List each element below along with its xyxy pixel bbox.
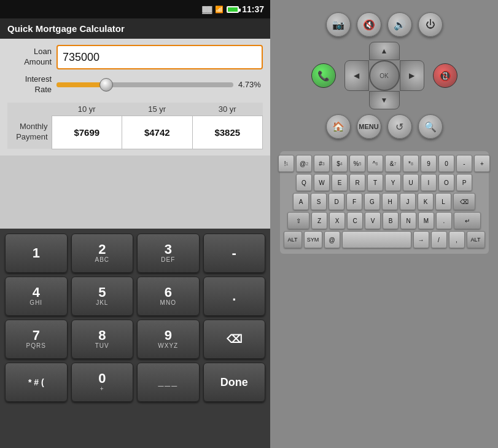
- kb-key-8[interactable]: *8: [403, 155, 419, 172]
- kb-key-b[interactable]: B: [383, 212, 399, 229]
- dpad-up-button[interactable]: ▲: [369, 42, 400, 60]
- column-header-15yr: 15 yr: [122, 103, 193, 116]
- kb-key-slash[interactable]: /: [431, 231, 447, 248]
- kb-key-q[interactable]: Q: [296, 174, 312, 191]
- power-button[interactable]: ⏻: [418, 12, 443, 37]
- kb-key-f[interactable]: F: [346, 193, 362, 210]
- key-2[interactable]: 2 ABC: [71, 234, 134, 273]
- kb-key-s[interactable]: S: [311, 193, 327, 210]
- kb-key-a[interactable]: A: [293, 193, 309, 210]
- kb-key-alt-left[interactable]: ALT: [284, 231, 302, 248]
- payment-15yr: $4742: [122, 116, 193, 149]
- loan-amount-input[interactable]: [56, 45, 263, 69]
- keyboard-area: !1 @2 #3 $4 %5 ^6 &7 *8 9 0 - + Q W E R …: [280, 151, 489, 254]
- key-done[interactable]: Done: [203, 363, 266, 402]
- app-title-bar: Quick Mortgage Calculator: [0, 18, 270, 39]
- key-7[interactable]: 7 PQRS: [5, 320, 68, 359]
- dpad-down-button[interactable]: ▼: [369, 91, 400, 109]
- key-dot[interactable]: .: [203, 277, 266, 316]
- kb-key-period[interactable]: .: [436, 212, 452, 229]
- dpad-center-button[interactable]: OK: [369, 60, 400, 91]
- kb-key-y[interactable]: Y: [385, 174, 401, 191]
- volume-down-button[interactable]: 🔇: [357, 12, 381, 37]
- kb-key-i[interactable]: I: [421, 174, 437, 191]
- kb-key-w[interactable]: W: [314, 174, 330, 191]
- status-time: 11:37: [242, 4, 264, 14]
- kb-key-5[interactable]: %5: [349, 155, 365, 172]
- kb-key-6[interactable]: ^6: [367, 155, 383, 172]
- kb-key-3[interactable]: #3: [314, 155, 330, 172]
- column-header-10yr: 10 yr: [52, 103, 122, 116]
- keypad-row-4: * # ( 0 + ___ Done: [5, 363, 265, 402]
- key-minus[interactable]: -: [203, 234, 266, 273]
- kb-key-j[interactable]: J: [400, 193, 416, 210]
- home-button[interactable]: 🏠: [326, 114, 351, 139]
- kb-key-minus[interactable]: -: [456, 155, 472, 172]
- key-0[interactable]: 0 +: [71, 363, 134, 402]
- kb-key-comma[interactable]: ,: [449, 231, 465, 248]
- key-1[interactable]: 1: [5, 234, 68, 273]
- kb-key-r[interactable]: R: [349, 174, 365, 191]
- key-5[interactable]: 5 JKL: [71, 277, 134, 316]
- key-4[interactable]: 4 GHI: [5, 277, 68, 316]
- camera-button[interactable]: 📷: [326, 12, 351, 37]
- kb-key-m[interactable]: M: [418, 212, 434, 229]
- kb-key-x[interactable]: X: [329, 212, 345, 229]
- kb-key-o[interactable]: O: [438, 174, 454, 191]
- end-call-button[interactable]: 📵: [433, 63, 457, 88]
- kb-key-d[interactable]: D: [329, 193, 344, 210]
- controls-cluster: 📷 🔇 🔊 ⏻ 📞 ▲ ◀: [311, 12, 457, 139]
- kb-key-7[interactable]: &7: [385, 155, 401, 172]
- keypad-area: 1 2 ABC 3 DEF - 4 GHI 5 JKL: [0, 229, 270, 449]
- menu-button[interactable]: MENU: [357, 114, 381, 139]
- kb-key-alt-right[interactable]: ALT: [467, 231, 485, 248]
- dpad-right-button[interactable]: ▶: [400, 60, 424, 91]
- kb-key-space[interactable]: [342, 231, 411, 248]
- controls-top-row: 📷 🔇 🔊 ⏻: [326, 12, 443, 37]
- kb-key-arrow-right[interactable]: →: [413, 231, 429, 248]
- key-9[interactable]: 9 WXYZ: [137, 320, 200, 359]
- kb-key-1[interactable]: !1: [278, 155, 294, 172]
- kb-key-k[interactable]: K: [418, 193, 434, 210]
- kb-key-4[interactable]: $4: [332, 155, 348, 172]
- kb-key-p[interactable]: P: [456, 174, 472, 191]
- kb-key-g[interactable]: G: [364, 193, 380, 210]
- slider-thumb[interactable]: [99, 78, 113, 92]
- kb-key-e[interactable]: E: [332, 174, 348, 191]
- kb-key-2[interactable]: @2: [296, 155, 312, 172]
- key-8[interactable]: 8 TUV: [71, 320, 134, 359]
- kb-key-9[interactable]: 9: [421, 155, 437, 172]
- kb-key-plus[interactable]: +: [474, 155, 490, 172]
- kb-key-0[interactable]: 0: [438, 155, 454, 172]
- kb-key-delete[interactable]: ⌫: [453, 193, 475, 210]
- kb-key-l[interactable]: L: [435, 193, 451, 210]
- slider-track[interactable]: [56, 82, 233, 87]
- kb-key-shift[interactable]: ⇧: [287, 212, 309, 229]
- kb-key-sym[interactable]: SYM: [304, 231, 322, 248]
- search-button[interactable]: 🔍: [418, 114, 443, 139]
- kb-key-enter[interactable]: ↵: [454, 212, 481, 229]
- kb-key-h[interactable]: H: [382, 193, 398, 210]
- key-backspace[interactable]: ⌫: [203, 320, 266, 359]
- keypad-row-2: 4 GHI 5 JKL 6 MNO .: [5, 277, 265, 316]
- volume-up-button[interactable]: 🔊: [387, 12, 412, 37]
- interest-rate-row: InterestRate 4.73%: [7, 74, 263, 95]
- loan-amount-row: LoanAmount: [7, 45, 263, 69]
- kb-key-u[interactable]: U: [403, 174, 419, 191]
- kb-key-at[interactable]: @: [324, 231, 340, 248]
- key-3[interactable]: 3 DEF: [137, 234, 200, 273]
- dpad-left-button[interactable]: ◀: [344, 60, 369, 91]
- key-space[interactable]: ___: [137, 363, 200, 402]
- kb-key-n[interactable]: N: [400, 212, 416, 229]
- status-icons: ▓▓ 📶 11:37: [202, 4, 264, 14]
- phone-panel: ▓▓ 📶 11:37 Quick Mortgage Calculator Loa…: [0, 0, 270, 448]
- key-special[interactable]: * # (: [5, 363, 68, 402]
- kb-key-v[interactable]: V: [365, 212, 381, 229]
- kb-row-space: ALT SYM @ → / , ALT: [284, 231, 485, 248]
- kb-key-t[interactable]: T: [367, 174, 383, 191]
- key-6[interactable]: 6 MNO: [137, 277, 200, 316]
- back-button[interactable]: ↺: [387, 114, 412, 139]
- kb-key-z[interactable]: Z: [311, 212, 327, 229]
- kb-key-c[interactable]: C: [347, 212, 363, 229]
- call-button[interactable]: 📞: [311, 63, 336, 88]
